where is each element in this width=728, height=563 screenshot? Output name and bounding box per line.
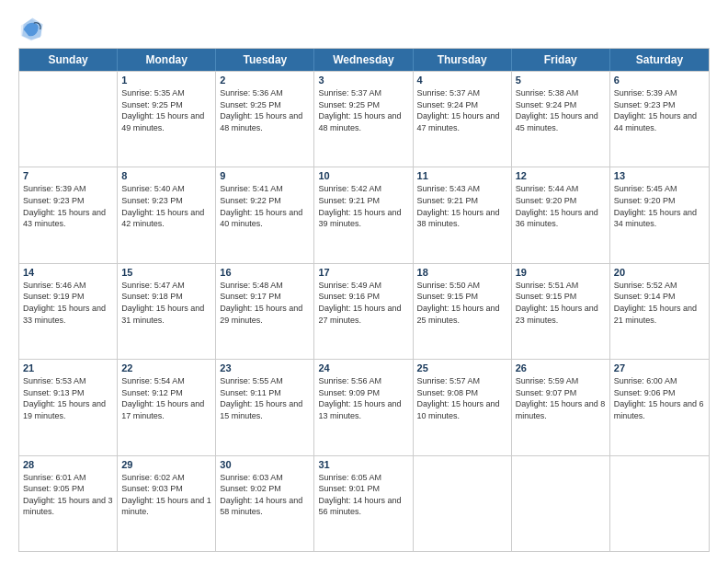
calendar-cell: 12Sunrise: 5:44 AMSunset: 9:20 PMDayligh… bbox=[512, 167, 610, 262]
cell-info: Sunrise: 5:38 AMSunset: 9:24 PMDaylight:… bbox=[516, 87, 606, 133]
calendar-cell: 21Sunrise: 5:53 AMSunset: 9:13 PMDayligh… bbox=[19, 360, 118, 454]
calendar-cell: 26Sunrise: 5:59 AMSunset: 9:07 PMDayligh… bbox=[512, 360, 610, 454]
cell-info: Sunrise: 5:49 AMSunset: 9:16 PMDaylight:… bbox=[318, 280, 408, 326]
calendar-cell: 20Sunrise: 5:52 AMSunset: 9:14 PMDayligh… bbox=[610, 264, 709, 359]
calendar-cell: 27Sunrise: 6:00 AMSunset: 9:06 PMDayligh… bbox=[610, 360, 709, 454]
calendar-cell: 2Sunrise: 5:36 AMSunset: 9:25 PMDaylight… bbox=[216, 72, 314, 167]
header-day-sunday: Sunday bbox=[19, 49, 118, 71]
cell-day-number: 23 bbox=[220, 362, 310, 373]
cell-day-number: 27 bbox=[614, 362, 705, 373]
header-day-saturday: Saturday bbox=[610, 49, 709, 71]
logo-icon bbox=[18, 17, 44, 42]
calendar-cell: 3Sunrise: 5:37 AMSunset: 9:25 PMDaylight… bbox=[314, 72, 413, 167]
cell-day-number: 14 bbox=[23, 267, 113, 278]
calendar-cell: 17Sunrise: 5:49 AMSunset: 9:16 PMDayligh… bbox=[314, 264, 413, 359]
cell-day-number: 3 bbox=[318, 75, 408, 86]
cell-info: Sunrise: 5:35 AMSunset: 9:25 PMDaylight:… bbox=[121, 87, 211, 133]
cell-info: Sunrise: 5:47 AMSunset: 9:18 PMDaylight:… bbox=[121, 280, 211, 326]
calendar-cell: 10Sunrise: 5:42 AMSunset: 9:21 PMDayligh… bbox=[314, 167, 413, 262]
cell-day-number: 25 bbox=[417, 362, 507, 373]
cell-day-number: 1 bbox=[121, 75, 211, 86]
cell-day-number: 12 bbox=[516, 170, 606, 181]
cell-info: Sunrise: 5:57 AMSunset: 9:08 PMDaylight:… bbox=[417, 375, 507, 421]
cell-info: Sunrise: 5:42 AMSunset: 9:21 PMDaylight:… bbox=[318, 183, 408, 229]
cell-info: Sunrise: 5:44 AMSunset: 9:20 PMDaylight:… bbox=[516, 183, 606, 229]
calendar-cell: 18Sunrise: 5:50 AMSunset: 9:15 PMDayligh… bbox=[414, 264, 512, 359]
cell-info: Sunrise: 6:01 AMSunset: 9:05 PMDaylight:… bbox=[23, 472, 113, 518]
cell-info: Sunrise: 5:59 AMSunset: 9:07 PMDaylight:… bbox=[516, 375, 606, 421]
page: SundayMondayTuesdayWednesdayThursdayFrid… bbox=[0, 0, 728, 563]
calendar-header: SundayMondayTuesdayWednesdayThursdayFrid… bbox=[19, 49, 709, 71]
cell-info: Sunrise: 5:37 AMSunset: 9:25 PMDaylight:… bbox=[318, 87, 408, 133]
calendar-row-3: 21Sunrise: 5:53 AMSunset: 9:13 PMDayligh… bbox=[19, 359, 709, 454]
cell-info: Sunrise: 5:51 AMSunset: 9:15 PMDaylight:… bbox=[516, 280, 606, 326]
cell-info: Sunrise: 5:48 AMSunset: 9:17 PMDaylight:… bbox=[220, 280, 310, 326]
calendar-cell: 24Sunrise: 5:56 AMSunset: 9:09 PMDayligh… bbox=[314, 360, 413, 454]
cell-info: Sunrise: 5:54 AMSunset: 9:12 PMDaylight:… bbox=[121, 375, 211, 421]
cell-day-number: 28 bbox=[23, 459, 113, 470]
cell-day-number: 20 bbox=[614, 267, 705, 278]
calendar-cell bbox=[512, 456, 610, 551]
calendar-cell: 13Sunrise: 5:45 AMSunset: 9:20 PMDayligh… bbox=[610, 167, 709, 262]
cell-day-number: 29 bbox=[121, 459, 211, 470]
cell-info: Sunrise: 6:03 AMSunset: 9:02 PMDaylight:… bbox=[220, 472, 310, 518]
cell-day-number: 24 bbox=[318, 362, 408, 373]
calendar-cell: 15Sunrise: 5:47 AMSunset: 9:18 PMDayligh… bbox=[118, 264, 216, 359]
calendar-cell bbox=[414, 456, 512, 551]
calendar-cell: 8Sunrise: 5:40 AMSunset: 9:23 PMDaylight… bbox=[118, 167, 216, 262]
cell-info: Sunrise: 5:50 AMSunset: 9:15 PMDaylight:… bbox=[417, 280, 507, 326]
calendar-row-2: 14Sunrise: 5:46 AMSunset: 9:19 PMDayligh… bbox=[19, 263, 709, 359]
cell-day-number: 15 bbox=[121, 267, 211, 278]
logo bbox=[18, 17, 48, 42]
cell-info: Sunrise: 5:53 AMSunset: 9:13 PMDaylight:… bbox=[23, 375, 113, 421]
cell-info: Sunrise: 5:55 AMSunset: 9:11 PMDaylight:… bbox=[220, 375, 310, 421]
cell-day-number: 9 bbox=[220, 170, 310, 181]
cell-info: Sunrise: 6:02 AMSunset: 9:03 PMDaylight:… bbox=[121, 472, 211, 518]
cell-info: Sunrise: 5:41 AMSunset: 9:22 PMDaylight:… bbox=[220, 183, 310, 229]
cell-info: Sunrise: 5:52 AMSunset: 9:14 PMDaylight:… bbox=[614, 280, 705, 326]
calendar-cell: 23Sunrise: 5:55 AMSunset: 9:11 PMDayligh… bbox=[216, 360, 314, 454]
calendar-cell: 11Sunrise: 5:43 AMSunset: 9:21 PMDayligh… bbox=[414, 167, 512, 262]
calendar-cell: 4Sunrise: 5:37 AMSunset: 9:24 PMDaylight… bbox=[414, 72, 512, 167]
cell-day-number: 7 bbox=[23, 170, 113, 181]
header bbox=[18, 17, 710, 42]
calendar-cell bbox=[610, 456, 709, 551]
calendar-row-1: 7Sunrise: 5:39 AMSunset: 9:23 PMDaylight… bbox=[19, 167, 709, 262]
cell-info: Sunrise: 5:36 AMSunset: 9:25 PMDaylight:… bbox=[220, 87, 310, 133]
calendar: SundayMondayTuesdayWednesdayThursdayFrid… bbox=[18, 48, 710, 552]
cell-day-number: 11 bbox=[417, 170, 507, 181]
calendar-cell: 5Sunrise: 5:38 AMSunset: 9:24 PMDaylight… bbox=[512, 72, 610, 167]
cell-day-number: 16 bbox=[220, 267, 310, 278]
cell-day-number: 6 bbox=[614, 75, 705, 86]
cell-info: Sunrise: 5:46 AMSunset: 9:19 PMDaylight:… bbox=[23, 280, 113, 326]
cell-day-number: 26 bbox=[516, 362, 606, 373]
calendar-cell bbox=[19, 72, 118, 167]
cell-info: Sunrise: 5:45 AMSunset: 9:20 PMDaylight:… bbox=[614, 183, 705, 229]
cell-day-number: 19 bbox=[516, 267, 606, 278]
header-day-friday: Friday bbox=[512, 49, 610, 71]
cell-day-number: 31 bbox=[318, 459, 408, 470]
calendar-body: 1Sunrise: 5:35 AMSunset: 9:25 PMDaylight… bbox=[19, 71, 709, 551]
cell-day-number: 5 bbox=[516, 75, 606, 86]
calendar-cell: 7Sunrise: 5:39 AMSunset: 9:23 PMDaylight… bbox=[19, 167, 118, 262]
calendar-cell: 30Sunrise: 6:03 AMSunset: 9:02 PMDayligh… bbox=[216, 456, 314, 551]
calendar-row-0: 1Sunrise: 5:35 AMSunset: 9:25 PMDaylight… bbox=[19, 71, 709, 167]
header-day-monday: Monday bbox=[118, 49, 216, 71]
calendar-cell: 16Sunrise: 5:48 AMSunset: 9:17 PMDayligh… bbox=[216, 264, 314, 359]
cell-info: Sunrise: 5:40 AMSunset: 9:23 PMDaylight:… bbox=[121, 183, 211, 229]
cell-info: Sunrise: 6:00 AMSunset: 9:06 PMDaylight:… bbox=[614, 375, 705, 421]
cell-day-number: 18 bbox=[417, 267, 507, 278]
calendar-cell: 29Sunrise: 6:02 AMSunset: 9:03 PMDayligh… bbox=[118, 456, 216, 551]
header-day-thursday: Thursday bbox=[414, 49, 512, 71]
cell-info: Sunrise: 5:39 AMSunset: 9:23 PMDaylight:… bbox=[614, 87, 705, 133]
cell-day-number: 8 bbox=[121, 170, 211, 181]
cell-info: Sunrise: 5:39 AMSunset: 9:23 PMDaylight:… bbox=[23, 183, 113, 229]
cell-day-number: 13 bbox=[614, 170, 705, 181]
calendar-cell: 9Sunrise: 5:41 AMSunset: 9:22 PMDaylight… bbox=[216, 167, 314, 262]
calendar-row-4: 28Sunrise: 6:01 AMSunset: 9:05 PMDayligh… bbox=[19, 455, 709, 551]
cell-info: Sunrise: 5:43 AMSunset: 9:21 PMDaylight:… bbox=[417, 183, 507, 229]
cell-info: Sunrise: 5:37 AMSunset: 9:24 PMDaylight:… bbox=[417, 87, 507, 133]
cell-day-number: 10 bbox=[318, 170, 408, 181]
calendar-cell: 28Sunrise: 6:01 AMSunset: 9:05 PMDayligh… bbox=[19, 456, 118, 551]
calendar-cell: 19Sunrise: 5:51 AMSunset: 9:15 PMDayligh… bbox=[512, 264, 610, 359]
